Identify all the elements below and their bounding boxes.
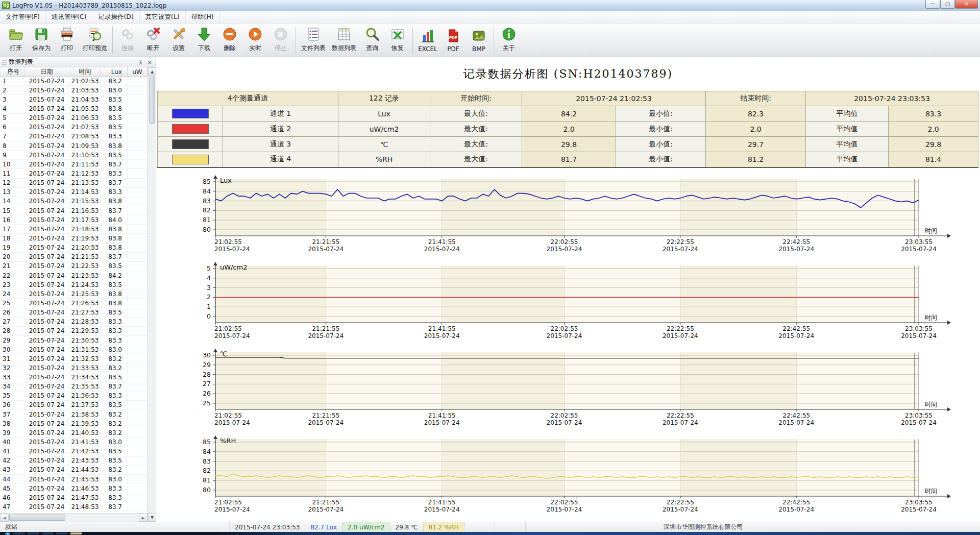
table-row[interactable]: 322015-07-2421:33:5383.2 — [0, 363, 148, 373]
toolbar-button-delete[interactable]: 删除 — [217, 25, 242, 55]
table-row[interactable]: 152015-07-2421:16:5383.7 — [0, 206, 148, 215]
pin-icon[interactable]: ⊼ — [137, 59, 144, 66]
table-row[interactable]: 262015-07-2421:27:5383.5 — [0, 308, 148, 318]
table-row[interactable]: 292015-07-2421:30:5383.3 — [0, 336, 148, 345]
column-header-1[interactable]: 日期 — [24, 67, 69, 76]
table-row[interactable]: 182015-07-2421:19:5383.8 — [0, 234, 148, 243]
table-row[interactable]: 202015-07-2421:21:5383.7 — [0, 253, 148, 262]
table-row[interactable]: 242015-07-2421:25:5383.8 — [0, 289, 148, 299]
toolbar-button-stop[interactable]: 停止 — [268, 25, 293, 55]
windows-taskbar[interactable] — [0, 532, 980, 535]
table-row[interactable]: 272015-07-2421:28:5383.3 — [0, 318, 148, 327]
table-row[interactable]: 62015-07-2421:07:5383.5 — [0, 123, 148, 132]
table-row[interactable]: 332015-07-2421:34:5383.5 — [0, 373, 148, 382]
toolbar-button-open-folder[interactable]: 打开 — [3, 25, 29, 55]
table-row[interactable]: 412015-07-2421:42:5383.5 — [0, 447, 148, 456]
menu-item-0[interactable]: 文件管理(F) — [0, 11, 46, 23]
table-row[interactable]: 212015-07-2421:22:5383.5 — [0, 262, 148, 271]
taskbar-item[interactable] — [56, 532, 67, 534]
chart-%RH[interactable]: 858483828180%RH时间21:02:552015-07-2421:21… — [156, 435, 980, 522]
table-row[interactable]: 352015-07-2421:36:5383.3 — [0, 392, 148, 401]
table-row[interactable]: 52015-07-2421:06:5383.5 — [0, 114, 148, 123]
table-row[interactable]: 102015-07-2421:11:5383.7 — [0, 160, 148, 169]
maximize-button[interactable]: ▢ — [940, 0, 955, 9]
toolbar-button-connect[interactable]: 连接 — [115, 25, 140, 55]
table-row[interactable]: 462015-07-2421:47:5383.3 — [0, 493, 148, 502]
column-header-2[interactable]: 时间 — [69, 67, 101, 76]
minimize-button[interactable]: ─ — [925, 0, 940, 9]
table-row[interactable]: 252015-07-2421:26:5383.8 — [0, 299, 148, 308]
table-row[interactable]: 442015-07-2421:45:5383.0 — [0, 475, 148, 484]
table-row[interactable]: 372015-07-2421:38:5383.2 — [0, 410, 148, 419]
toolbar-button-about[interactable]: 关于 — [496, 25, 522, 55]
column-header-3[interactable]: Lux — [101, 67, 128, 76]
panel-close-icon[interactable]: ✕ — [146, 59, 154, 66]
horizontal-scroll-thumb[interactable] — [9, 515, 65, 521]
toolbar-button-data-list[interactable]: 数据列表 — [329, 25, 359, 55]
table-row[interactable]: 402015-07-2421:41:5383.0 — [0, 437, 148, 447]
toolbar-button-pdf[interactable]: PDFPDF — [440, 25, 466, 55]
table-row[interactable]: 172015-07-2421:18:5383.8 — [0, 225, 148, 234]
table-row[interactable]: 422015-07-2421:43:5383.5 — [0, 456, 148, 466]
table-row[interactable]: 472015-07-2421:48:5383.7 — [0, 502, 148, 512]
toolbar-button-save[interactable]: 保存为 — [29, 25, 54, 55]
chart-uWcm[interactable]: 543210uW/cm2时间21:02:552015-07-2421:21:55… — [156, 261, 980, 348]
table-row[interactable]: 122015-07-2421:13:5383.7 — [0, 179, 148, 188]
panel-grip[interactable] — [2, 59, 7, 65]
table-row[interactable]: 12015-07-2421:02:5383.2 — [0, 77, 148, 86]
close-button[interactable]: ✕ — [955, 0, 978, 9]
toolbar-button-realtime[interactable]: 实时 — [242, 25, 268, 55]
table-row[interactable]: 362015-07-2421:37:5383.5 — [0, 401, 148, 410]
table-row[interactable]: 192015-07-2421:20:5383.8 — [0, 244, 148, 253]
toolbar-button-disconnect[interactable]: 断开 — [140, 25, 166, 55]
vertical-scroll-thumb[interactable] — [149, 77, 155, 124]
menu-item-2[interactable]: 记录操作(D) — [92, 11, 139, 23]
toolbar-button-file-list[interactable]: 文件列表 — [298, 25, 329, 55]
horizontal-scrollbar[interactable]: ◄ ► — [0, 513, 148, 522]
table-row[interactable]: 432015-07-2421:44:5383.2 — [0, 466, 148, 475]
table-row[interactable]: 22015-07-2421:03:5383.0 — [0, 86, 148, 95]
table-row[interactable]: 282015-07-2421:29:5383.3 — [0, 327, 148, 336]
table-row[interactable]: 132015-07-2421:14:5383.3 — [0, 188, 148, 197]
taskbar-item[interactable] — [28, 532, 39, 534]
menu-item-3[interactable]: 其它设置(L) — [140, 11, 186, 23]
start-button-icon[interactable] — [5, 532, 10, 535]
scroll-up-arrow-icon[interactable]: ▲ — [148, 67, 156, 76]
taskbar-item-active[interactable] — [70, 532, 82, 534]
column-header-0[interactable]: 序号 — [0, 67, 24, 76]
chart-Lux[interactable]: 858483828180Lux时间21:02:552015-07-2421:21… — [156, 175, 980, 261]
toolbar-button-settings[interactable]: 设置 — [166, 25, 191, 55]
column-header-4[interactable]: uW — [128, 67, 148, 76]
scroll-left-arrow-icon[interactable]: ◄ — [0, 514, 9, 522]
toolbar-button-print-preview[interactable]: 打印预览 — [80, 25, 110, 55]
table-row[interactable]: 82015-07-2421:09:5383.8 — [0, 141, 148, 151]
table-row[interactable]: 392015-07-2421:40:5383.2 — [0, 428, 148, 437]
toolbar-button-download[interactable]: 下载 — [191, 25, 217, 55]
table-row[interactable]: 72015-07-2421:08:5383.3 — [0, 132, 148, 141]
scroll-down-arrow-icon[interactable]: ▼ — [148, 513, 156, 522]
table-row[interactable]: 342015-07-2421:35:5383.7 — [0, 382, 148, 392]
table-row[interactable]: 312015-07-2421:32:5383.2 — [0, 354, 148, 363]
scroll-right-arrow-icon[interactable]: ► — [139, 514, 148, 522]
toolbar-button-print[interactable]: 打印 — [54, 25, 80, 55]
taskbar-item[interactable] — [13, 532, 24, 534]
table-row[interactable]: 232015-07-2421:24:5383.5 — [0, 280, 148, 289]
menu-item-1[interactable]: 通讯管理(C) — [46, 11, 92, 23]
table-row[interactable]: 32015-07-2421:04:5383.5 — [0, 95, 148, 104]
table-row[interactable]: 382015-07-2421:39:5383.2 — [0, 419, 148, 428]
table-row[interactable]: 452015-07-2421:46:5383.3 — [0, 484, 148, 493]
table-row[interactable]: 162015-07-2421:17:5384.0 — [0, 215, 148, 225]
toolbar-button-restore[interactable]: 恢复 — [385, 25, 410, 55]
vertical-scrollbar[interactable]: ▲ ▼ — [148, 67, 156, 522]
chart-temp[interactable]: 302928272625℃时间21:02:552015-07-2421:21:5… — [156, 348, 980, 435]
menu-item-4[interactable]: 帮助(H) — [186, 11, 220, 23]
table-row[interactable]: 222015-07-2421:23:5384.2 — [0, 271, 148, 280]
table-row[interactable]: 92015-07-2421:10:5383.5 — [0, 151, 148, 160]
toolbar-button-query[interactable]: 查询 — [359, 25, 385, 55]
toolbar-button-excel[interactable]: EXCEL — [415, 25, 440, 55]
toolbar-button-bmp[interactable]: BMP — [466, 25, 492, 55]
table-row[interactable]: 142015-07-2421:15:5383.8 — [0, 197, 148, 206]
table-row[interactable]: 112015-07-2421:12:5383.3 — [0, 169, 148, 178]
table-row[interactable]: 42015-07-2421:05:5383.8 — [0, 104, 148, 113]
table-row[interactable]: 302015-07-2421:31:5383.0 — [0, 345, 148, 354]
